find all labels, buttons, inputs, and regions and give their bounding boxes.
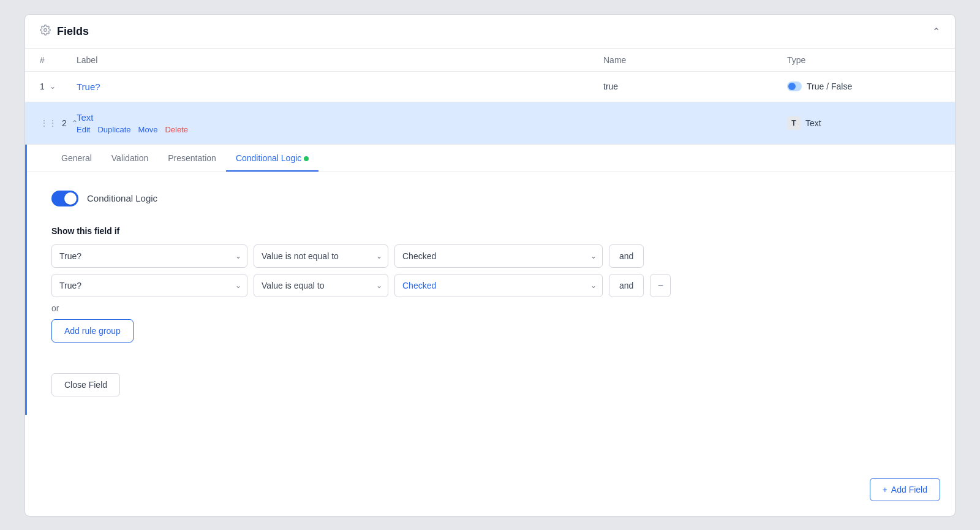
show-if-label: Show this field if (51, 226, 930, 236)
chevron-icon-1[interactable]: ⌄ (50, 82, 56, 91)
tabs-row: General Validation Presentation Conditio… (27, 145, 955, 172)
edit-action[interactable]: Edit (77, 125, 90, 134)
remove-rule-button[interactable]: − (650, 274, 671, 297)
plus-icon: + (883, 485, 888, 494)
field-select-wrapper-1: True? ⌄ (51, 244, 247, 268)
field-select-2[interactable]: True? (51, 274, 247, 297)
condition-select-2[interactable]: Value is equal to (254, 274, 388, 297)
table-header: # Label Name Type (25, 49, 955, 72)
field-select-1[interactable]: True? (51, 244, 247, 268)
conditional-logic-toggle[interactable] (51, 191, 78, 206)
toggle-row: Conditional Logic (51, 191, 930, 206)
add-rule-group-button[interactable]: Add rule group (51, 319, 134, 343)
main-container: Fields ⌃ # Label Name Type 1 ⌄ True? tru… (24, 14, 956, 517)
text-type-icon: T (787, 116, 801, 130)
tab-conditional-logic[interactable]: Conditional Logic (226, 145, 318, 172)
tab-general[interactable]: General (51, 145, 102, 172)
fields-title-row: Fields (40, 25, 89, 39)
field-row-2: ⋮⋮ 2 ⌃ Text Edit Duplicate Move Delete T… (25, 102, 955, 145)
page-title: Fields (57, 25, 89, 38)
tab-validation[interactable]: Validation (102, 145, 158, 172)
close-field-button[interactable]: Close Field (51, 373, 120, 396)
field-name-1: true (603, 81, 787, 91)
field-type-1: True / False (787, 81, 940, 91)
fields-header: Fields ⌃ (25, 15, 955, 49)
toggle-type-icon (787, 81, 802, 91)
collapse-icon[interactable]: ⌃ (932, 26, 940, 37)
drag-handle-icon[interactable]: ⋮⋮ (40, 118, 57, 128)
value-select-wrapper-1: Checked ⌄ (394, 244, 603, 268)
value-select-1[interactable]: Checked (394, 244, 603, 268)
expanded-panel: General Validation Presentation Conditio… (25, 145, 955, 415)
field-label-1[interactable]: True? (77, 81, 603, 92)
field-number-1: 1 ⌄ (40, 81, 77, 91)
value-select-2[interactable]: Checked (394, 274, 603, 297)
field-select-wrapper-2: True? ⌄ (51, 274, 247, 297)
or-label: or (51, 303, 930, 313)
toggle-label: Conditional Logic (87, 193, 157, 203)
col-label: Label (77, 55, 603, 65)
panel-content: Conditional Logic Show this field if Tru… (27, 172, 955, 415)
condition-select-wrapper-1: Value is not equal to ⌄ (254, 244, 388, 268)
col-name: Name (603, 55, 787, 65)
and-button-1[interactable]: and (609, 244, 644, 268)
tab-active-dot (304, 156, 309, 161)
field-number-2: ⋮⋮ 2 ⌃ (40, 118, 77, 128)
col-type: Type (787, 55, 940, 65)
rule-row-2: True? ⌄ Value is equal to ⌄ Checked ⌄ (51, 274, 930, 297)
field-label-2[interactable]: Text (77, 112, 603, 123)
col-number: # (40, 55, 77, 65)
field-actions-2: Edit Duplicate Move Delete (77, 125, 603, 134)
field-type-2: T Text (787, 116, 940, 130)
rule-row-1: True? ⌄ Value is not equal to ⌄ Checked … (51, 244, 930, 268)
svg-point-0 (44, 28, 47, 31)
field-label-col-2: Text Edit Duplicate Move Delete (77, 112, 603, 134)
and-button-2[interactable]: and (609, 274, 644, 297)
gear-icon (40, 25, 51, 39)
add-field-label: Add Field (891, 485, 927, 494)
move-action[interactable]: Move (138, 125, 158, 134)
condition-select-wrapper-2: Value is equal to ⌄ (254, 274, 388, 297)
duplicate-action[interactable]: Duplicate (97, 125, 130, 134)
value-select-wrapper-2: Checked ⌄ (394, 274, 603, 297)
delete-action[interactable]: Delete (165, 125, 188, 134)
tab-presentation[interactable]: Presentation (158, 145, 226, 172)
add-field-button[interactable]: + Add Field (870, 478, 940, 501)
field-label-col-1: True? (77, 81, 603, 92)
condition-select-1[interactable]: Value is not equal to (254, 244, 388, 268)
field-row-1: 1 ⌄ True? true True / False (25, 72, 955, 102)
